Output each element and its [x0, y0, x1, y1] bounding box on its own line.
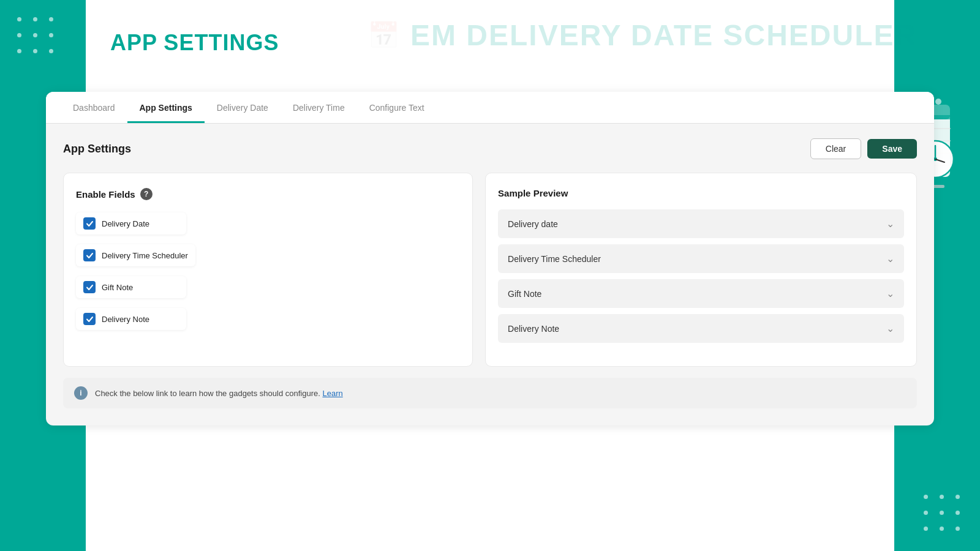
section-header: App Settings Clear Save	[63, 138, 917, 159]
btn-actions: Clear Save	[810, 138, 917, 159]
field-item-delivery-time-scheduler[interactable]: Delivery Time Scheduler	[76, 244, 195, 266]
preview-row-gift-note[interactable]: Gift Note ⌄	[498, 279, 904, 308]
field-item-delivery-note[interactable]: Delivery Note	[76, 308, 186, 330]
field-item-delivery-date[interactable]: Delivery Date	[76, 212, 186, 234]
chevron-down-icon-delivery-note: ⌄	[886, 323, 894, 334]
app-title: APP SETTINGS	[110, 30, 279, 56]
info-icon: i	[74, 386, 88, 400]
clear-button[interactable]: Clear	[810, 138, 861, 159]
enable-fields-header: Enable Fields ?	[76, 188, 460, 200]
field-label-delivery-date: Delivery Date	[102, 219, 149, 228]
watermark-text: EM DELIVERY DATE SCHEDULER	[410, 18, 917, 52]
tab-configure-text[interactable]: Configure Text	[357, 92, 437, 123]
preview-label-gift-note: Gift Note	[508, 289, 541, 299]
chevron-down-icon-delivery-time-scheduler: ⌄	[886, 253, 894, 264]
enable-fields-title: Enable Fields	[76, 189, 135, 200]
info-banner: i Check the below link to learn how the …	[63, 378, 917, 408]
calendar-watermark-icon: 📅	[368, 20, 401, 50]
checkbox-delivery-date[interactable]	[83, 217, 96, 230]
field-label-gift-note: Gift Note	[102, 283, 133, 292]
learn-link[interactable]: Learn	[322, 389, 342, 398]
preview-row-delivery-note[interactable]: Delivery Note ⌄	[498, 314, 904, 343]
tab-bar: Dashboard App Settings Delivery Date Del…	[46, 92, 934, 124]
chevron-down-icon-gift-note: ⌄	[886, 288, 894, 299]
sample-preview-title: Sample Preview	[498, 188, 904, 198]
svg-point-4	[935, 99, 941, 105]
preview-label-delivery-note: Delivery Note	[508, 324, 559, 334]
tab-delivery-time[interactable]: Delivery Time	[281, 92, 357, 123]
watermark: 📅 EM DELIVERY DATE SCHEDULER	[368, 18, 980, 52]
help-icon[interactable]: ?	[140, 188, 153, 200]
sample-preview-panel: Sample Preview Delivery date ⌄ Delivery …	[485, 173, 917, 367]
tab-delivery-date[interactable]: Delivery Date	[205, 92, 281, 123]
preview-row-delivery-date[interactable]: Delivery date ⌄	[498, 209, 904, 238]
tab-dashboard[interactable]: Dashboard	[61, 92, 127, 123]
checkbox-delivery-time-scheduler[interactable]	[83, 249, 96, 261]
chevron-down-icon-delivery-date: ⌄	[886, 218, 894, 230]
section-title: App Settings	[63, 143, 131, 156]
field-label-delivery-time-scheduler: Delivery Time Scheduler	[102, 251, 188, 260]
tab-app-settings[interactable]: App Settings	[127, 92, 205, 123]
two-col-layout: Enable Fields ? Delivery Date	[63, 173, 917, 367]
save-button[interactable]: Save	[867, 139, 917, 159]
dot-grid-left	[17, 17, 56, 56]
enable-fields-panel: Enable Fields ? Delivery Date	[63, 173, 473, 367]
field-item-gift-note[interactable]: Gift Note	[76, 276, 186, 298]
info-text: Check the below link to learn how the ga…	[95, 389, 343, 398]
checkbox-gift-note[interactable]	[83, 281, 96, 293]
card-body: App Settings Clear Save Enable Fields ?	[46, 124, 934, 425]
preview-row-delivery-time-scheduler[interactable]: Delivery Time Scheduler ⌄	[498, 244, 904, 273]
main-card: Dashboard App Settings Delivery Date Del…	[46, 92, 934, 425]
checkbox-delivery-note[interactable]	[83, 313, 96, 325]
preview-label-delivery-date: Delivery date	[508, 219, 558, 229]
dot-grid-right-bottom	[924, 495, 963, 534]
field-label-delivery-note: Delivery Note	[102, 315, 149, 324]
preview-label-delivery-time-scheduler: Delivery Time Scheduler	[508, 254, 601, 264]
